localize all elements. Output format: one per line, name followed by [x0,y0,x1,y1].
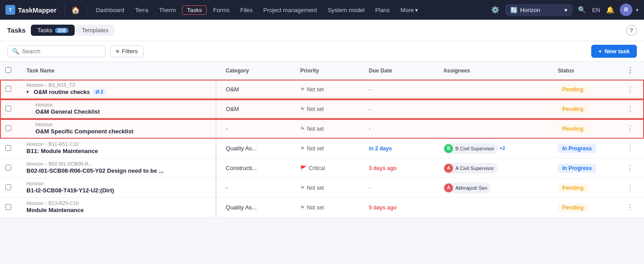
select-all-checkbox[interactable] [5,67,11,73]
nav-divider-1 [64,5,65,14]
category-value: - [226,184,228,191]
subtask-checkbox[interactable] [5,125,11,131]
table-row[interactable]: Horizon › B3_R15_T3 ▾ O&M routine checks… [0,80,644,99]
project-chevron-icon: ▾ [564,7,568,13]
row-checkbox-cell[interactable] [0,158,21,178]
search-box[interactable]: 🔍 [7,45,106,57]
assignees-cell [438,198,552,217]
row-checkbox[interactable] [5,145,11,151]
new-task-plus-icon: + [598,48,602,55]
tab-templates[interactable]: Templates [76,25,114,36]
expand-icon[interactable]: ▾ [26,89,29,95]
table-row[interactable]: Horizon › B11-R51-C10 B11: Module Mainte… [0,139,644,158]
nav-link-terra[interactable]: Terra [131,5,153,15]
nav-link-tasks[interactable]: Tasks [182,5,207,15]
search-icon[interactable]: 🔍 [576,4,589,16]
row-menu-icon[interactable]: ⋮ [627,145,634,152]
column-divider [216,198,220,217]
nav-link-dashboard[interactable]: Dashboard [91,5,129,15]
nav-link-more[interactable]: More ▾ [396,5,423,15]
row-checkbox-cell[interactable] [0,80,21,99]
due-date-value: 3 days ago [369,165,397,171]
priority-cell: ⚑ Not set [295,80,364,99]
nav-link-plans[interactable]: Plans [371,5,394,15]
status-cell: Pending [552,80,621,99]
table-row[interactable]: Horizon B1-I2-SCB08-T419-Y12-U2:(Dirt) -… [0,178,644,198]
subtask-actions-cell[interactable]: ⋮ [621,99,644,119]
row-menu-icon[interactable]: ⋮ [627,164,634,172]
row-menu-icon[interactable]: ⋮ [627,184,634,192]
assignees-cell: A A Civil Supervisor [438,158,552,178]
row-actions-cell[interactable]: ⋮ [621,158,644,178]
path-chevron-icon: › [45,83,47,88]
priority-badge: ⚑ Not set [300,145,358,152]
tasks-table-container: Task Name Category Priority Due Date Ass… [0,62,644,217]
nav-link-files[interactable]: Files [236,5,257,15]
help-icon[interactable]: ? [626,25,637,36]
subtask-row[interactable]: Horizon O&M General Checklist O&M ⚑ Not … [0,99,644,119]
due-date-value: - [369,86,371,93]
category-value: Quality As... [226,204,257,211]
task-name-label: B02-I01-SCB08-R06-C05-Y02 Design need to… [26,167,163,174]
user-avatar[interactable]: R [620,4,632,16]
task-breadcrumb: Horizon [26,181,210,186]
subtask-category-value: O&M [226,106,239,112]
path-root: Horizon [26,82,43,88]
assignee-avatar: B [444,144,453,153]
new-task-button[interactable]: + New task [591,45,637,58]
subtask-status-cell: Pending [552,99,621,119]
subtask-assignees-cell [438,99,552,119]
status-badge: In Progress [558,144,596,153]
user-chevron-icon[interactable]: ▾ [636,7,639,13]
nav-link-project-management[interactable]: Project management [259,5,322,15]
project-selector[interactable]: 🔄 Horizon ▾ [505,4,572,16]
row-checkbox[interactable] [5,204,11,210]
subtask-due-date-cell: - [364,119,438,139]
filters-button[interactable]: ≡ Filters [110,45,144,57]
task-tbody: Horizon › B3_R15_T3 ▾ O&M routine checks… [0,80,644,217]
col-separator [216,62,220,80]
row-actions-cell[interactable]: ⋮ [621,139,644,158]
due-date-cell: 5 days ago [364,198,438,217]
row-checkbox-cell[interactable] [0,178,21,198]
priority-badge: ⚑ Not set [300,106,358,112]
subtask-actions-cell[interactable]: ⋮ [621,119,644,139]
row-checkbox-cell[interactable] [0,198,21,217]
tab-tasks[interactable]: Tasks 208 [31,25,75,36]
app-logo[interactable]: T TaskMapper [5,5,56,15]
path-root: Horizon [26,200,43,206]
row-menu-icon[interactable]: ⋮ [627,85,634,93]
column-options-icon[interactable]: ⋮ [627,67,634,74]
row-checkbox[interactable] [5,184,11,190]
subtask-menu-icon[interactable]: ⋮ [627,125,634,132]
row-checkbox[interactable] [5,165,11,170]
subtask-checkbox-cell[interactable] [0,99,21,119]
row-checkbox[interactable] [5,86,11,92]
subtask-name-label: O&M Specific Component checklist [35,128,133,135]
subtask-checkbox[interactable] [5,106,11,111]
row-actions-cell[interactable]: ⋮ [621,178,644,198]
task-name-label: B11: Module Maintenance [26,148,98,154]
notifications-icon[interactable]: 🔔 [604,4,616,16]
priority-badge: ⚑ Not set [300,185,358,191]
subtask-checkbox-cell[interactable] [0,119,21,139]
subtask-row[interactable]: Horizon O&M Specific Component checklist… [0,119,644,139]
table-row[interactable]: Horizon › B13-R29-C10 Module Maintenance… [0,198,644,217]
home-icon[interactable]: 🏠 [69,4,82,16]
priority-cell: ⚑ Not set [295,178,364,198]
nav-link-forms[interactable]: Forms [208,5,234,15]
language-selector[interactable]: EN [592,7,600,13]
row-menu-icon[interactable]: ⋮ [627,204,634,211]
subtask-assignees-cell [438,119,552,139]
table-row[interactable]: Horizon › B02-I01-SCB08-R... B02-I01-SCB… [0,158,644,178]
search-input[interactable] [22,48,101,55]
settings-icon[interactable]: ⚙️ [489,4,502,16]
row-checkbox-cell[interactable] [0,139,21,158]
nav-link-therm[interactable]: Therm [155,5,181,15]
row-actions-cell[interactable]: ⋮ [621,80,644,99]
assignee-chip: B B Civil Supervisor [443,143,498,154]
nav-link-system-model[interactable]: System model [323,5,369,15]
subtask-menu-icon[interactable]: ⋮ [627,105,634,113]
row-actions-cell[interactable]: ⋮ [621,198,644,217]
column-divider [216,99,220,119]
